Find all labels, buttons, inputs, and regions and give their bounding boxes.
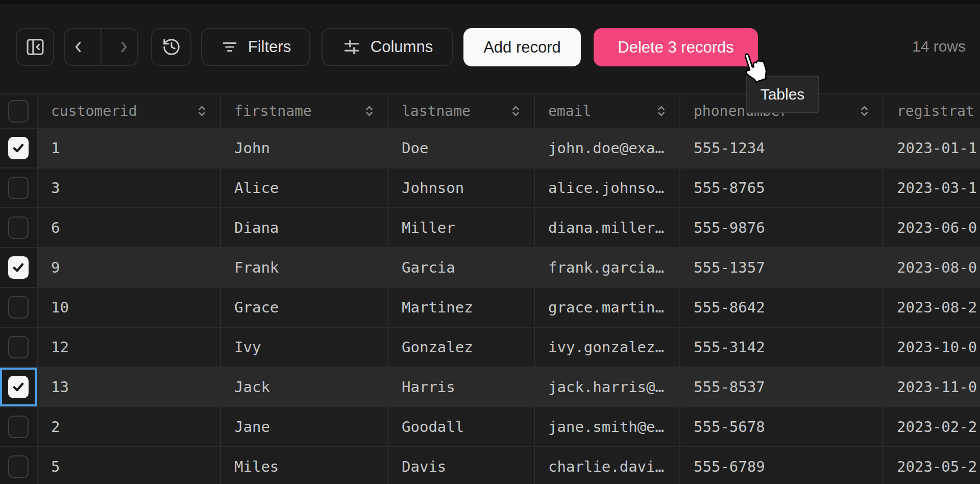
forward-button[interactable] [111, 29, 137, 65]
row-checkbox-cell[interactable] [0, 248, 38, 287]
table-row[interactable]: 2JaneGoodalljane.smith@e…555-56782023-02… [0, 407, 980, 447]
row-checkbox[interactable] [8, 416, 29, 438]
row-checkbox[interactable] [8, 336, 29, 358]
table-row[interactable]: 6DianaMillerdiana.miller…555-98762023-06… [0, 208, 980, 248]
query-history-button[interactable] [151, 28, 191, 66]
cell-firstname[interactable]: John [221, 129, 388, 167]
cell-phonenumber[interactable]: 555-9876 [680, 208, 884, 247]
cell-phonenumber[interactable]: 555-6789 [680, 447, 884, 484]
sort-icon[interactable] [195, 104, 209, 118]
cell-firstname[interactable]: Jane [221, 407, 388, 446]
cell-firstname[interactable]: Jack [221, 368, 388, 406]
row-checkbox[interactable] [8, 256, 29, 279]
cell-firstname[interactable]: Grace [221, 288, 388, 327]
sort-icon[interactable] [857, 104, 871, 118]
filters-button[interactable]: Filters [201, 28, 310, 66]
cell-registrationdate[interactable]: 2023-03-1 [884, 168, 980, 207]
cell-customerid[interactable]: 3 [38, 168, 221, 207]
cell-lastname[interactable]: Martinez [388, 288, 535, 327]
row-checkbox-cell[interactable] [0, 208, 38, 247]
cell-customerid[interactable]: 6 [38, 208, 221, 247]
column-header-firstname[interactable]: firstname [221, 94, 388, 128]
cell-customerid[interactable]: 12 [38, 328, 221, 367]
sort-icon[interactable] [362, 104, 376, 118]
cell-phonenumber[interactable]: 555-8537 [680, 368, 884, 406]
row-checkbox-cell[interactable] [0, 447, 38, 484]
cell-registrationdate[interactable]: 2023-06-0 [884, 208, 980, 247]
table-row[interactable]: 3AliceJohnsonalice.johnso…555-87652023-0… [0, 168, 980, 208]
cell-firstname[interactable]: Ivy [221, 328, 388, 367]
column-header-email[interactable]: email [535, 94, 680, 128]
cell-lastname[interactable]: Davis [388, 447, 535, 484]
cell-registrationdate[interactable]: 2023-11-0 [884, 368, 980, 406]
cell-lastname[interactable]: Miller [388, 208, 535, 247]
sort-icon[interactable] [654, 104, 668, 118]
column-header-customerid[interactable]: customerid [38, 94, 221, 128]
cell-email[interactable]: charlie.davi… [535, 447, 680, 484]
column-header-registrationdate[interactable]: registrat [884, 94, 980, 128]
table-row[interactable]: 10GraceMartinezgrace.martin…555-86422023… [0, 288, 980, 328]
row-checkbox[interactable] [8, 376, 29, 398]
cell-customerid[interactable]: 9 [38, 248, 221, 287]
cell-lastname[interactable]: Goodall [388, 407, 535, 446]
select-all-checkbox[interactable] [8, 100, 29, 123]
table-row[interactable]: 13JackHarrisjack.harris@…555-85372023-11… [0, 368, 980, 407]
row-checkbox[interactable] [8, 177, 29, 199]
add-record-button[interactable]: Add record [463, 28, 581, 66]
cell-email[interactable]: ivy.gonzalez… [535, 328, 680, 367]
cell-email[interactable]: jane.smith@e… [535, 407, 680, 446]
cell-customerid[interactable]: 13 [38, 368, 221, 406]
cell-lastname[interactable]: Garcia [388, 248, 535, 287]
cell-registrationdate[interactable]: 2023-08-0 [884, 248, 980, 287]
cell-phonenumber[interactable]: 555-1234 [680, 129, 884, 167]
columns-button[interactable]: Columns [322, 28, 453, 66]
table-row[interactable]: 12IvyGonzalezivy.gonzalez…555-31422023-1… [0, 328, 980, 368]
cell-lastname[interactable]: Harris [388, 368, 535, 406]
table-row[interactable]: 1JohnDoejohn.doe@exa…555-12342023-01-1 [0, 129, 980, 168]
row-checkbox-cell[interactable] [0, 288, 38, 327]
cell-firstname[interactable]: Miles [221, 447, 388, 484]
table-row[interactable]: 5MilesDavischarlie.davi…555-67892023-05-… [0, 447, 980, 484]
cell-email[interactable]: frank.garcia… [535, 248, 680, 287]
cell-registrationdate[interactable]: 2023-02-2 [884, 407, 980, 446]
row-checkbox-cell[interactable] [0, 328, 38, 367]
cell-phonenumber[interactable]: 555-1357 [680, 248, 884, 287]
column-header-lastname[interactable]: lastname [388, 94, 535, 128]
row-checkbox-cell[interactable] [0, 407, 38, 446]
cell-customerid[interactable]: 5 [38, 447, 221, 484]
cell-customerid[interactable]: 2 [38, 407, 221, 446]
cell-email[interactable]: alice.johnso… [535, 168, 680, 207]
row-checkbox[interactable] [8, 137, 29, 159]
cell-firstname[interactable]: Diana [221, 208, 388, 247]
cell-registrationdate[interactable]: 2023-01-1 [884, 129, 980, 167]
cell-customerid[interactable]: 1 [38, 129, 221, 167]
delete-records-button[interactable]: Delete 3 records [594, 28, 758, 66]
cell-email[interactable]: john.doe@exa… [535, 129, 680, 167]
row-checkbox[interactable] [8, 455, 29, 478]
cell-customerid[interactable]: 10 [38, 288, 221, 327]
cell-phonenumber[interactable]: 555-5678 [680, 407, 884, 446]
sidebar-toggle-button[interactable] [16, 28, 54, 66]
cell-email[interactable]: jack.harris@… [535, 368, 680, 406]
table-row[interactable]: 9FrankGarciafrank.garcia…555-13572023-08… [0, 248, 980, 288]
cell-phonenumber[interactable]: 555-8642 [680, 288, 884, 327]
cell-registrationdate[interactable]: 2023-05-2 [884, 447, 980, 484]
cell-email[interactable]: diana.miller… [535, 208, 680, 247]
cell-registrationdate[interactable]: 2023-08-2 [884, 288, 980, 327]
cell-lastname[interactable]: Johnson [388, 168, 535, 207]
back-button[interactable] [65, 29, 91, 65]
cell-firstname[interactable]: Frank [221, 248, 388, 287]
cell-phonenumber[interactable]: 555-3142 [680, 328, 884, 367]
sort-icon[interactable] [509, 104, 523, 118]
row-checkbox[interactable] [8, 216, 29, 239]
row-checkbox-cell[interactable] [0, 368, 38, 406]
row-checkbox[interactable] [8, 296, 29, 319]
cell-email[interactable]: grace.martin… [535, 288, 680, 327]
cell-lastname[interactable]: Doe [388, 129, 535, 167]
row-checkbox-cell[interactable] [0, 129, 38, 167]
cell-firstname[interactable]: Alice [221, 168, 388, 207]
cell-lastname[interactable]: Gonzalez [388, 328, 535, 367]
cell-registrationdate[interactable]: 2023-10-0 [884, 328, 980, 367]
row-checkbox-cell[interactable] [0, 168, 38, 207]
cell-phonenumber[interactable]: 555-8765 [680, 168, 884, 207]
